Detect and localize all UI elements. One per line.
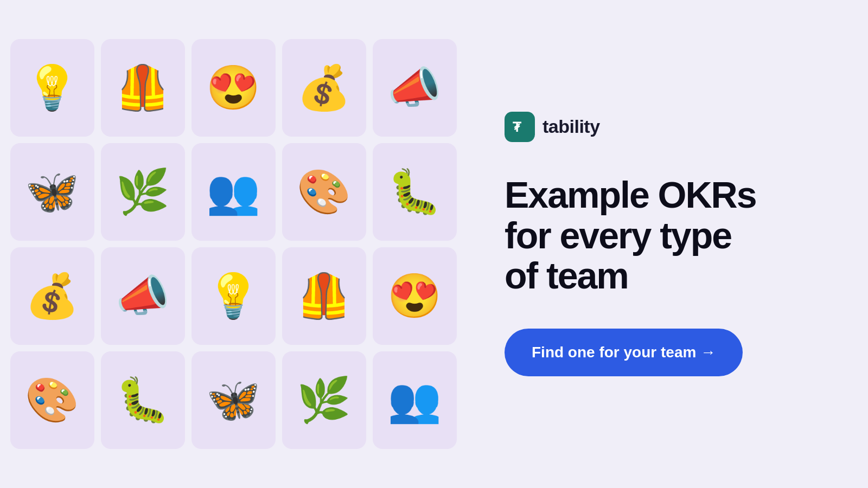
emoji-cell-megaphone-2: 📣 — [101, 247, 185, 345]
emoji-cell-vest-1: 🦺 — [101, 39, 185, 137]
emoji-cell-herb-1: 🌿 — [101, 143, 185, 241]
emoji-cell-palette-1: 🎨 — [282, 143, 366, 241]
logo-area: ₮ tability — [505, 112, 830, 142]
headline: Example OKRs for every type of team — [505, 175, 830, 296]
emoji-cell-busts-1: 👥 — [192, 143, 276, 241]
emoji-cell-bulb-2: 💡 — [192, 247, 276, 345]
left-panel: 💡 🦺 😍 💰 📣 🦋 🌿 👥 🎨 🐛 💰 📣 💡 🦺 😍 🎨 🐛 🦋 🌿 👥 — [0, 0, 472, 488]
headline-line2: for every type — [505, 215, 731, 256]
emoji-cell-palette-2: 🎨 — [10, 351, 94, 449]
logo-icon: ₮ — [505, 112, 535, 142]
headline-line3: of team — [505, 255, 628, 296]
emoji-cell-moneybag-2: 💰 — [10, 247, 94, 345]
emoji-cell-caterpillar-2: 🐛 — [101, 351, 185, 449]
emoji-cell-herb-2: 🌿 — [282, 351, 366, 449]
svg-text:₮: ₮ — [513, 120, 522, 134]
emoji-cell-heart-eyes-2: 😍 — [373, 247, 457, 345]
emoji-cell-butterfly-2: 🦋 — [192, 351, 276, 449]
emoji-cell-heart-eyes-1: 😍 — [192, 39, 276, 137]
emoji-cell-caterpillar-1: 🐛 — [373, 143, 457, 241]
emoji-cell-megaphone-1: 📣 — [373, 39, 457, 137]
emoji-cell-bulb-1: 💡 — [10, 39, 94, 137]
right-panel: ₮ tability Example OKRs for every type o… — [472, 0, 868, 488]
headline-line1: Example OKRs — [505, 174, 756, 215]
cta-button[interactable]: Find one for your team → — [505, 329, 743, 376]
logo-text: tability — [542, 116, 600, 137]
emoji-cell-vest-2: 🦺 — [282, 247, 366, 345]
emoji-cell-butterfly-1: 🦋 — [10, 143, 94, 241]
emoji-grid: 💡 🦺 😍 💰 📣 🦋 🌿 👥 🎨 🐛 💰 📣 💡 🦺 😍 🎨 🐛 🦋 🌿 👥 — [10, 39, 457, 449]
emoji-cell-moneybag-1: 💰 — [282, 39, 366, 137]
emoji-cell-busts-2: 👥 — [373, 351, 457, 449]
